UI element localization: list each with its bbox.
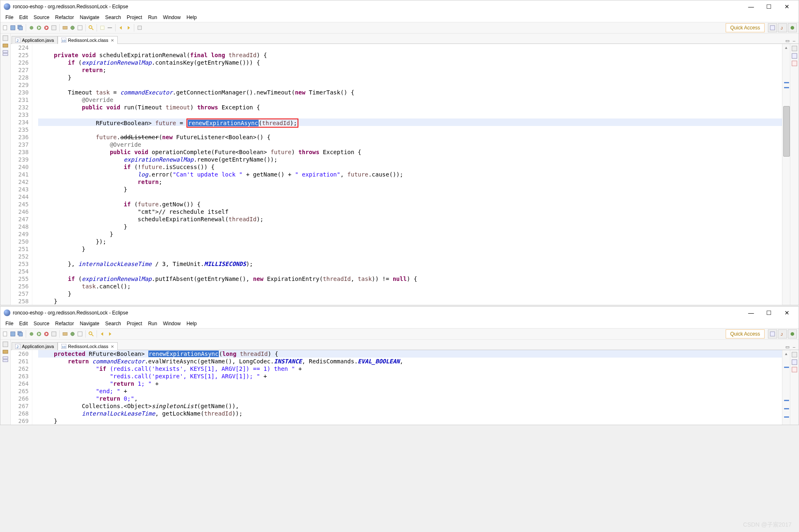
menu-navigate[interactable]: Navigate [77, 320, 102, 327]
open-perspective-icon[interactable] [768, 329, 777, 339]
restore-view-icon[interactable] [792, 46, 797, 51]
ext-tools-icon[interactable] [51, 24, 57, 31]
menu-navigate[interactable]: Navigate [77, 14, 102, 21]
save-all-icon[interactable] [17, 24, 24, 31]
open-perspective-icon[interactable] [768, 23, 777, 32]
scrollbar-thumb[interactable] [783, 106, 790, 157]
title-bar[interactable]: roncoo-eshop - org.redisson.RedissonLock… [0, 307, 799, 319]
tabs-restore-icon[interactable]: ▭ [785, 344, 789, 350]
title-bar[interactable]: roncoo-eshop - org.redisson.RedissonLock… [0, 0, 799, 13]
servers-icon[interactable] [2, 50, 8, 56]
new-icon[interactable] [2, 331, 9, 337]
close-button[interactable]: ✕ [779, 310, 795, 316]
overview-ruler[interactable]: ▴ [782, 350, 790, 425]
new-package-icon[interactable] [62, 331, 68, 337]
open-type-icon[interactable] [77, 331, 83, 337]
quick-access-field[interactable]: Quick Access [726, 23, 765, 32]
code-content[interactable]: protected RFuture<Boolean> renewExpirati… [38, 350, 782, 425]
new-class-icon[interactable] [69, 331, 76, 337]
search-icon[interactable] [88, 24, 94, 31]
restore-view-icon[interactable] [792, 352, 797, 358]
java-perspective-icon[interactable]: J [778, 23, 787, 32]
restore-view-icon[interactable] [2, 341, 8, 347]
tab-application-java[interactable]: J Application.java [12, 36, 58, 44]
tab-close-icon[interactable]: ✕ [110, 38, 114, 43]
new-package-icon[interactable] [62, 24, 68, 31]
menu-help[interactable]: Help [184, 14, 199, 21]
maximize-button[interactable]: ☐ [761, 3, 777, 10]
back-icon[interactable] [118, 24, 124, 31]
code-content[interactable]: private void scheduleExpirationRenewal(f… [38, 44, 782, 305]
pin-icon[interactable] [136, 24, 143, 31]
tab-application-java[interactable]: J Application.java [12, 342, 58, 350]
menu-refactor[interactable]: Refactor [53, 320, 76, 327]
folding-ruler[interactable] [32, 350, 38, 425]
line-number-ruler[interactable]: 2242252262272282292302312322332342352362… [11, 44, 32, 305]
menu-file[interactable]: File [3, 320, 16, 327]
quick-access-field[interactable]: Quick Access [726, 329, 765, 339]
tabs-restore-icon[interactable]: ▭ [785, 38, 789, 44]
menu-run[interactable]: Run [145, 320, 160, 327]
menu-project[interactable]: Project [124, 14, 145, 21]
run-icon[interactable] [36, 24, 42, 31]
servers-icon[interactable] [2, 356, 8, 362]
menu-help[interactable]: Help [184, 320, 199, 327]
toggle-mark-icon[interactable] [99, 24, 106, 31]
tab-close-icon[interactable]: ✕ [110, 344, 114, 349]
source-editor[interactable]: 2242252262272282292302312322332342352362… [11, 44, 790, 305]
tabs-minimize-icon[interactable]: – [793, 344, 795, 350]
run-icon[interactable] [36, 331, 42, 337]
scroll-up-icon[interactable]: ▴ [782, 44, 790, 51]
toggle-breadcrumb-icon[interactable] [107, 24, 113, 31]
forward-icon[interactable] [107, 331, 113, 337]
forward-icon[interactable] [125, 24, 132, 31]
run-last-icon[interactable] [43, 331, 50, 337]
debug-icon[interactable] [28, 331, 35, 337]
menu-edit[interactable]: Edit [17, 320, 30, 327]
menu-window[interactable]: Window [160, 320, 183, 327]
close-button[interactable]: ✕ [779, 3, 795, 10]
save-icon[interactable] [10, 331, 16, 337]
java-perspective-icon[interactable]: J [778, 329, 787, 339]
ext-tools-icon[interactable] [51, 331, 57, 337]
scroll-up-icon[interactable]: ▴ [782, 350, 790, 357]
tab-redissonlock-class[interactable]: 101 RedissonLock.class ✕ [58, 342, 118, 350]
outline-icon[interactable] [792, 359, 797, 365]
restore-view-icon[interactable] [2, 35, 8, 41]
tasks-icon[interactable] [792, 60, 797, 66]
open-type-icon[interactable] [77, 24, 83, 31]
debug-perspective-icon[interactable] [788, 23, 797, 32]
debug-perspective-icon[interactable] [788, 329, 797, 339]
folding-ruler[interactable] [32, 44, 38, 305]
tabs-minimize-icon[interactable]: – [793, 38, 795, 44]
run-last-icon[interactable] [43, 24, 50, 31]
package-explorer-icon[interactable] [2, 349, 8, 355]
minimize-button[interactable]: — [743, 310, 759, 316]
line-number-ruler[interactable]: 260261262263264265266267268269 [11, 350, 32, 425]
tab-redissonlock-class[interactable]: 101 RedissonLock.class ✕ [58, 36, 118, 44]
outline-icon[interactable] [792, 53, 797, 59]
menu-search[interactable]: Search [103, 14, 123, 21]
menu-search[interactable]: Search [103, 320, 123, 327]
menu-run[interactable]: Run [145, 14, 160, 21]
menu-window[interactable]: Window [160, 14, 183, 21]
save-all-icon[interactable] [17, 331, 24, 337]
package-explorer-icon[interactable] [2, 43, 8, 48]
menu-file[interactable]: File [3, 14, 16, 21]
menu-edit[interactable]: Edit [17, 14, 30, 21]
menu-refactor[interactable]: Refactor [53, 14, 76, 21]
back-icon[interactable] [99, 331, 106, 337]
new-icon[interactable] [2, 24, 9, 31]
debug-icon[interactable] [28, 24, 35, 31]
menu-source[interactable]: Source [31, 320, 52, 327]
save-icon[interactable] [10, 24, 16, 31]
tasks-icon[interactable] [792, 367, 797, 372]
overview-ruler[interactable]: ▴ [782, 44, 790, 305]
source-editor[interactable]: 260261262263264265266267268269 protected… [11, 350, 790, 425]
search-icon[interactable] [88, 331, 94, 337]
minimize-button[interactable]: — [743, 3, 759, 10]
menu-source[interactable]: Source [31, 14, 52, 21]
menu-project[interactable]: Project [124, 320, 145, 327]
maximize-button[interactable]: ☐ [761, 310, 777, 316]
new-class-icon[interactable] [69, 24, 76, 31]
